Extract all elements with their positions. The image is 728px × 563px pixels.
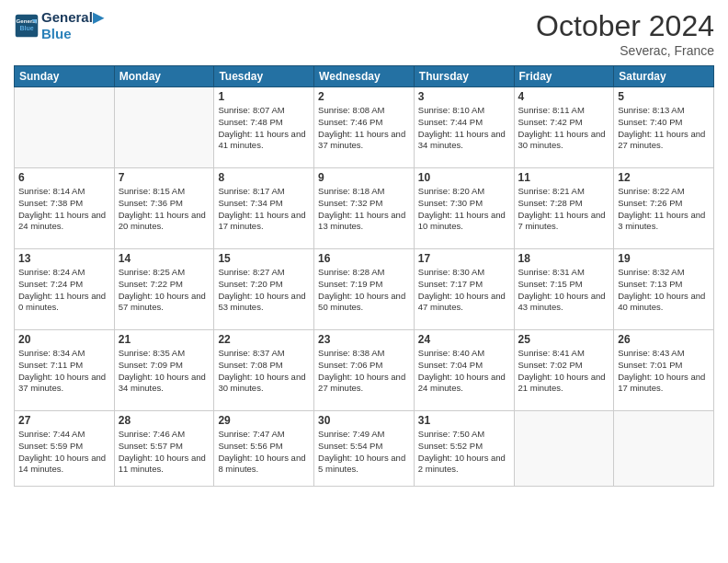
location: Severac, France	[536, 43, 714, 58]
cell-info: Sunrise: 8:20 AM Sunset: 7:30 PM Dayligh…	[418, 186, 510, 233]
day-number: 16	[318, 252, 410, 265]
logo-icon: General Blue	[14, 13, 40, 39]
calendar-cell	[614, 411, 714, 487]
day-number: 23	[318, 333, 410, 346]
calendar-cell: 29Sunrise: 7:47 AM Sunset: 5:56 PM Dayli…	[214, 411, 314, 487]
day-header-saturday: Saturday	[614, 66, 714, 87]
calendar-cell: 26Sunrise: 8:43 AM Sunset: 7:01 PM Dayli…	[614, 330, 714, 411]
day-number: 29	[218, 414, 310, 427]
calendar-cell	[15, 87, 115, 168]
calendar-cell: 31Sunrise: 7:50 AM Sunset: 5:52 PM Dayli…	[414, 411, 514, 487]
calendar-cell: 18Sunrise: 8:31 AM Sunset: 7:15 PM Dayli…	[514, 249, 614, 330]
calendar-cell: 14Sunrise: 8:25 AM Sunset: 7:22 PM Dayli…	[114, 249, 214, 330]
cell-info: Sunrise: 7:47 AM Sunset: 5:56 PM Dayligh…	[218, 429, 310, 476]
calendar-cell: 3Sunrise: 8:10 AM Sunset: 7:44 PM Daylig…	[414, 87, 514, 168]
day-number: 7	[119, 171, 210, 184]
day-number: 21	[119, 333, 210, 346]
calendar-week-row: 20Sunrise: 8:34 AM Sunset: 7:11 PM Dayli…	[15, 330, 714, 411]
cell-info: Sunrise: 7:44 AM Sunset: 5:59 PM Dayligh…	[18, 429, 110, 476]
day-number: 13	[18, 252, 110, 265]
cell-info: Sunrise: 7:50 AM Sunset: 5:52 PM Dayligh…	[418, 429, 510, 476]
cell-info: Sunrise: 8:32 AM Sunset: 7:13 PM Dayligh…	[618, 267, 710, 314]
day-number: 10	[418, 171, 510, 184]
calendar-cell	[514, 411, 614, 487]
calendar-cell: 12Sunrise: 8:22 AM Sunset: 7:26 PM Dayli…	[614, 168, 714, 249]
day-number: 6	[18, 171, 110, 184]
calendar-cell: 16Sunrise: 8:28 AM Sunset: 7:19 PM Dayli…	[314, 249, 415, 330]
calendar-cell: 20Sunrise: 8:34 AM Sunset: 7:11 PM Dayli…	[15, 330, 115, 411]
logo-text: General▶ Blue	[41, 9, 104, 41]
calendar-cell: 17Sunrise: 8:30 AM Sunset: 7:17 PM Dayli…	[414, 249, 514, 330]
cell-info: Sunrise: 8:14 AM Sunset: 7:38 PM Dayligh…	[18, 186, 110, 233]
cell-info: Sunrise: 8:21 AM Sunset: 7:28 PM Dayligh…	[518, 186, 610, 233]
calendar-table: SundayMondayTuesdayWednesdayThursdayFrid…	[14, 65, 714, 487]
cell-info: Sunrise: 8:34 AM Sunset: 7:11 PM Dayligh…	[18, 348, 110, 395]
day-number: 4	[518, 90, 610, 103]
cell-info: Sunrise: 7:49 AM Sunset: 5:54 PM Dayligh…	[318, 429, 410, 476]
day-number: 15	[218, 252, 310, 265]
cell-info: Sunrise: 8:08 AM Sunset: 7:46 PM Dayligh…	[318, 105, 410, 152]
cell-info: Sunrise: 8:30 AM Sunset: 7:17 PM Dayligh…	[418, 267, 510, 314]
calendar-cell: 23Sunrise: 8:38 AM Sunset: 7:06 PM Dayli…	[314, 330, 415, 411]
cell-info: Sunrise: 8:15 AM Sunset: 7:36 PM Dayligh…	[119, 186, 210, 233]
day-number: 9	[318, 171, 410, 184]
calendar-week-row: 6Sunrise: 8:14 AM Sunset: 7:38 PM Daylig…	[15, 168, 714, 249]
calendar-cell: 24Sunrise: 8:40 AM Sunset: 7:04 PM Dayli…	[414, 330, 514, 411]
day-number: 8	[218, 171, 310, 184]
cell-info: Sunrise: 8:17 AM Sunset: 7:34 PM Dayligh…	[218, 186, 310, 233]
cell-info: Sunrise: 8:27 AM Sunset: 7:20 PM Dayligh…	[218, 267, 310, 314]
day-header-sunday: Sunday	[15, 66, 115, 87]
calendar-cell: 8Sunrise: 8:17 AM Sunset: 7:34 PM Daylig…	[214, 168, 314, 249]
calendar-cell: 7Sunrise: 8:15 AM Sunset: 7:36 PM Daylig…	[114, 168, 214, 249]
cell-info: Sunrise: 8:41 AM Sunset: 7:02 PM Dayligh…	[518, 348, 610, 395]
day-number: 2	[318, 90, 410, 103]
day-number: 11	[518, 171, 610, 184]
calendar-cell: 6Sunrise: 8:14 AM Sunset: 7:38 PM Daylig…	[15, 168, 115, 249]
calendar-week-row: 1Sunrise: 8:07 AM Sunset: 7:48 PM Daylig…	[15, 87, 714, 168]
calendar-page: General Blue General▶ Blue October 2024 …	[0, 0, 728, 563]
calendar-cell: 11Sunrise: 8:21 AM Sunset: 7:28 PM Dayli…	[514, 168, 614, 249]
calendar-cell: 28Sunrise: 7:46 AM Sunset: 5:57 PM Dayli…	[114, 411, 214, 487]
cell-info: Sunrise: 8:35 AM Sunset: 7:09 PM Dayligh…	[119, 348, 210, 395]
day-number: 30	[318, 414, 410, 427]
day-number: 27	[18, 414, 110, 427]
calendar-cell: 27Sunrise: 7:44 AM Sunset: 5:59 PM Dayli…	[15, 411, 115, 487]
cell-info: Sunrise: 8:31 AM Sunset: 7:15 PM Dayligh…	[518, 267, 610, 314]
day-number: 3	[418, 90, 510, 103]
day-number: 28	[119, 414, 210, 427]
calendar-cell: 19Sunrise: 8:32 AM Sunset: 7:13 PM Dayli…	[614, 249, 714, 330]
calendar-cell: 1Sunrise: 8:07 AM Sunset: 7:48 PM Daylig…	[214, 87, 314, 168]
cell-info: Sunrise: 8:10 AM Sunset: 7:44 PM Dayligh…	[418, 105, 510, 152]
calendar-cell: 30Sunrise: 7:49 AM Sunset: 5:54 PM Dayli…	[314, 411, 415, 487]
calendar-week-row: 27Sunrise: 7:44 AM Sunset: 5:59 PM Dayli…	[15, 411, 714, 487]
day-number: 5	[618, 90, 710, 103]
cell-info: Sunrise: 8:13 AM Sunset: 7:40 PM Dayligh…	[618, 105, 710, 152]
cell-info: Sunrise: 8:37 AM Sunset: 7:08 PM Dayligh…	[218, 348, 310, 395]
calendar-cell: 9Sunrise: 8:18 AM Sunset: 7:32 PM Daylig…	[314, 168, 415, 249]
cell-info: Sunrise: 8:43 AM Sunset: 7:01 PM Dayligh…	[618, 348, 710, 395]
day-header-monday: Monday	[114, 66, 214, 87]
cell-info: Sunrise: 8:07 AM Sunset: 7:48 PM Dayligh…	[218, 105, 310, 152]
calendar-cell: 2Sunrise: 8:08 AM Sunset: 7:46 PM Daylig…	[314, 87, 415, 168]
header: General Blue General▶ Blue October 2024 …	[14, 9, 714, 58]
cell-info: Sunrise: 8:22 AM Sunset: 7:26 PM Dayligh…	[618, 186, 710, 233]
day-number: 14	[119, 252, 210, 265]
calendar-cell: 21Sunrise: 8:35 AM Sunset: 7:09 PM Dayli…	[114, 330, 214, 411]
calendar-cell: 25Sunrise: 8:41 AM Sunset: 7:02 PM Dayli…	[514, 330, 614, 411]
day-number: 26	[618, 333, 710, 346]
svg-text:Blue: Blue	[19, 25, 33, 31]
title-block: October 2024 Severac, France	[536, 9, 714, 58]
cell-info: Sunrise: 8:11 AM Sunset: 7:42 PM Dayligh…	[518, 105, 610, 152]
cell-info: Sunrise: 8:24 AM Sunset: 7:24 PM Dayligh…	[18, 267, 110, 314]
cell-info: Sunrise: 8:38 AM Sunset: 7:06 PM Dayligh…	[318, 348, 410, 395]
day-number: 24	[418, 333, 510, 346]
cell-info: Sunrise: 8:18 AM Sunset: 7:32 PM Dayligh…	[318, 186, 410, 233]
calendar-cell: 10Sunrise: 8:20 AM Sunset: 7:30 PM Dayli…	[414, 168, 514, 249]
calendar-body: 1Sunrise: 8:07 AM Sunset: 7:48 PM Daylig…	[15, 87, 714, 487]
day-number: 19	[618, 252, 710, 265]
calendar-week-row: 13Sunrise: 8:24 AM Sunset: 7:24 PM Dayli…	[15, 249, 714, 330]
calendar-cell: 5Sunrise: 8:13 AM Sunset: 7:40 PM Daylig…	[614, 87, 714, 168]
day-number: 20	[18, 333, 110, 346]
month-title: October 2024	[536, 9, 714, 43]
day-number: 18	[518, 252, 610, 265]
